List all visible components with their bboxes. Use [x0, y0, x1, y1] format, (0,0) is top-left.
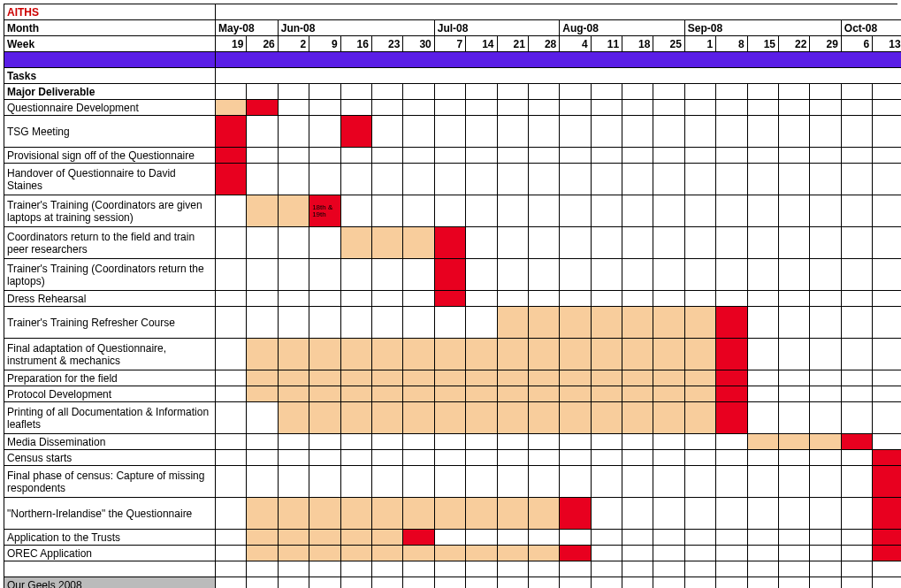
task-cell-empty: [435, 530, 466, 546]
task-cell-empty: [435, 450, 466, 466]
task-label: "Northern-Irelandise" the Questionnaire: [4, 498, 216, 530]
task-cell-op: [279, 195, 309, 227]
task-cell-empty: [748, 339, 779, 370]
legend-blank: [810, 577, 841, 588]
task-cell-op: [685, 307, 716, 339]
task-cell-empty: [279, 291, 309, 307]
task-cell-empty: [685, 259, 716, 291]
task-cell-empty: [498, 195, 529, 227]
task-cell-empty: [592, 434, 622, 450]
task-cell-empty: [341, 307, 372, 339]
month-header: May-08: [216, 20, 279, 36]
task-cell-empty: [779, 370, 810, 386]
task-cell-empty: [560, 291, 591, 307]
task-cell-empty: [560, 164, 591, 195]
task-cell-empty: [560, 100, 591, 116]
task-cell-empty: [716, 195, 747, 227]
spacer-cell: [842, 561, 873, 577]
task-cell-empty: [810, 148, 841, 164]
task-cell-empty: [748, 370, 779, 386]
task-cell-op: [622, 339, 653, 370]
task-cell-empty: [716, 546, 747, 561]
task-cell-op: [309, 530, 340, 546]
task-label: Final adaptation of Questionnaire, instr…: [4, 339, 216, 370]
task-cell-empty: [216, 450, 247, 466]
task-cell-op: [247, 339, 278, 370]
task-cell-empty: [842, 307, 873, 339]
task-cell-empty: [716, 259, 747, 291]
task-cell-empty: [466, 530, 497, 546]
legend-blank: [653, 577, 684, 588]
task-cell-empty: [435, 100, 466, 116]
blank-cell: [560, 84, 591, 100]
task-cell-op: [622, 307, 653, 339]
spacer-cell: [653, 561, 684, 577]
task-cell-op: [341, 386, 372, 402]
task-cell-empty: [653, 466, 684, 498]
task-cell-empty: [341, 450, 372, 466]
week-number: 2: [279, 36, 309, 52]
task-cell-empty: [810, 259, 841, 291]
blank-cell: [685, 84, 716, 100]
task-cell-empty: [748, 386, 779, 402]
project-title: AITHS: [4, 4, 216, 20]
task-cell-empty: [842, 530, 873, 546]
task-cell-op: [435, 546, 466, 561]
task-cell-empty: [279, 100, 309, 116]
task-cell-del: [560, 498, 591, 530]
task-cell-empty: [372, 307, 403, 339]
task-cell-empty: [309, 259, 340, 291]
task-cell-op: [403, 339, 434, 370]
task-cell-empty: [653, 450, 684, 466]
task-cell-del: [842, 434, 873, 450]
blank-cell: [341, 84, 372, 100]
task-cell-empty: [653, 259, 684, 291]
task-cell-op: [372, 402, 403, 434]
gantt-grid: AITHSMonthMay-08Jun-08Jul-08Aug-08Sep-08…: [4, 4, 897, 588]
task-cell-empty: [842, 291, 873, 307]
task-cell-empty: [810, 116, 841, 148]
month-header: Oct-08: [842, 20, 901, 36]
task-label: OREC Application: [4, 546, 216, 561]
task-cell-empty: [560, 195, 591, 227]
task-cell-empty: [466, 434, 497, 450]
task-cell-empty: [498, 434, 529, 450]
task-cell-empty: [372, 100, 403, 116]
task-cell-op: [560, 386, 591, 402]
task-cell-empty: [560, 148, 591, 164]
week-number: 7: [435, 36, 466, 52]
task-cell-op: [341, 227, 372, 259]
task-cell-op: [529, 339, 560, 370]
task-cell-empty: [592, 498, 622, 530]
task-cell-empty: [498, 116, 529, 148]
legend-blank: [247, 577, 278, 588]
task-cell-empty: [435, 116, 466, 148]
task-cell-empty: [748, 164, 779, 195]
task-cell-empty: [873, 100, 901, 116]
task-cell-empty: [748, 195, 779, 227]
task-label: TSG Meeting: [4, 116, 216, 148]
task-cell-empty: [592, 195, 622, 227]
task-cell-op: [466, 339, 497, 370]
spacer-cell: [435, 561, 466, 577]
task-cell-empty: [653, 546, 684, 561]
task-cell-empty: [748, 259, 779, 291]
task-cell-empty: [653, 227, 684, 259]
task-cell-empty: [341, 291, 372, 307]
task-cell-empty: [216, 434, 247, 450]
task-cell-op: [279, 370, 309, 386]
task-cell-empty: [466, 259, 497, 291]
task-cell-empty: [716, 434, 747, 450]
legend-blank: [498, 577, 529, 588]
task-cell-empty: [810, 307, 841, 339]
blank-cell: [653, 84, 684, 100]
task-cell-op: [403, 227, 434, 259]
task-cell-empty: [216, 466, 247, 498]
task-cell-op: [435, 370, 466, 386]
task-cell-empty: [873, 148, 901, 164]
task-cell-empty: [716, 530, 747, 546]
blank-cell: [216, 84, 247, 100]
task-cell-del: [435, 291, 466, 307]
task-cell-empty: [842, 386, 873, 402]
task-cell-op: [622, 386, 653, 402]
